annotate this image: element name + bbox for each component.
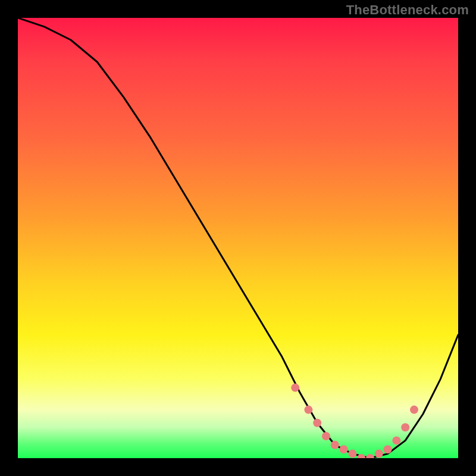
marker-point [291, 384, 299, 392]
curve-layer [18, 18, 458, 458]
plot-area [18, 18, 458, 458]
highlighted-points [291, 384, 418, 458]
marker-point [392, 436, 400, 444]
marker-point [384, 445, 392, 453]
marker-point [304, 406, 312, 414]
marker-point [375, 450, 383, 458]
watermark-text: TheBottleneck.com [346, 2, 469, 18]
marker-point [357, 454, 365, 458]
marker-point [410, 406, 418, 414]
marker-point [366, 454, 374, 458]
marker-point [348, 450, 356, 458]
marker-point [401, 423, 409, 431]
bottleneck-curve [18, 18, 458, 458]
marker-point [340, 445, 348, 453]
marker-point [313, 419, 321, 427]
marker-point [331, 441, 339, 449]
chart-frame: TheBottleneck.com [0, 0, 476, 476]
marker-point [322, 432, 330, 440]
